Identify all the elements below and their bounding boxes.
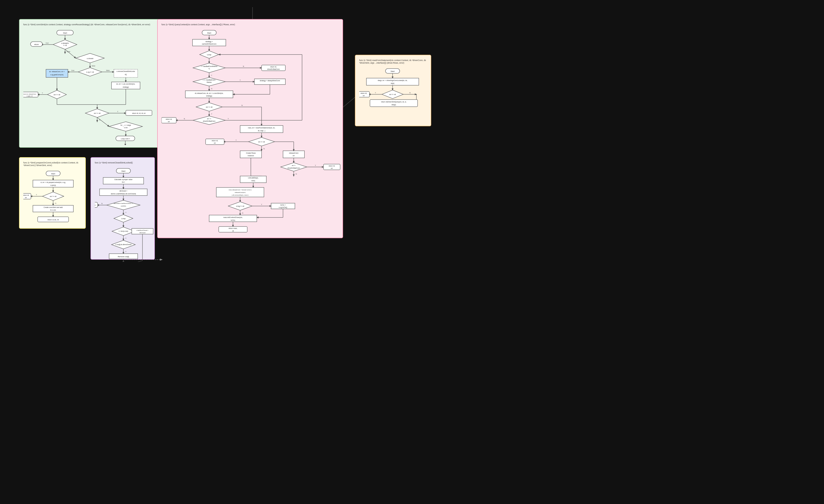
diagram-green: func (s *Stmt) connStmt(ctx context.Cont… (19, 19, 176, 148)
pu-dbclosed-check: dbClosed-s.lastNumClosed >= (114, 203, 133, 204)
g-return-nil-label: return nil, nil, nil, err (132, 112, 146, 114)
yellow-title: func (s *Stmt) prepareOnConnLocked(ctx c… (23, 162, 82, 167)
svg-text:N: N (296, 173, 297, 175)
svg-text:false: false (92, 65, 95, 67)
svg-text:err: err (25, 197, 27, 198)
g-start-label: Start (63, 32, 68, 34)
p-return-nil-err: return nil, (166, 118, 172, 120)
svg-text:s.cg.txCtx(): s.cg.txCtx() (279, 206, 287, 208)
g-for-label: for _, v = range (120, 124, 131, 126)
p-start: Start (207, 32, 212, 34)
svg-text:rows): rows) (251, 180, 255, 182)
pu-scss-closed: s.css[i].dc.dbmuClosed (115, 244, 131, 245)
svg-text:N: N (242, 212, 243, 214)
green-svg: Start s.stickyErr != nil true return fal… (23, 28, 176, 145)
svg-text:atomic.LoadInt64(&s.db.numClos: atomic.LoadInt64(&s.db.numClosed) (111, 193, 136, 195)
svg-line-14 (65, 49, 76, 58)
svg-text:true: true (72, 70, 74, 71)
y-return-cs: return cs.ds, nil (47, 219, 59, 220)
svg-text:Y: Y (42, 92, 43, 94)
pe-dargs: dargs, err := driverArgsConnLocked(dc, d… (378, 80, 408, 82)
svg-text:err: err (293, 155, 295, 157)
svg-text:Y: Y (240, 79, 241, 81)
svg-rect-75 (193, 39, 226, 46)
pu-slast: s.lastNumClosed = (136, 230, 149, 231)
peach-svg: Start dargs, err := driverArgsConnLocked… (359, 67, 431, 131)
svg-text:s.cgds, nil: s.cgds, nil (27, 95, 32, 97)
p-return-nil2: return nil, (328, 165, 335, 167)
p-rows-release: rows.releaseConn = func(err error) { (229, 189, 251, 191)
svg-text:driverErrBadConn: driverErrBadConn (288, 167, 300, 169)
pink-svg: Start strategy = cachedOrNewConn Loop i … (162, 28, 342, 235)
svg-text:N: N (211, 88, 212, 90)
p-ieqmax: i == maxBadConn (203, 79, 215, 81)
svg-text:args): args) (391, 82, 395, 84)
p-strategy: strategy = (206, 41, 213, 42)
y-start: Start (51, 173, 56, 175)
p-strategy-always: strategy = alwaysNewConn (260, 80, 280, 82)
svg-text:for t: for t (122, 181, 125, 183)
p-err2-badconn: err != (292, 165, 296, 166)
svg-text:N: N (241, 105, 242, 106)
svg-text:err: err (331, 168, 333, 169)
svg-text:Y: Y (125, 212, 126, 213)
svg-text:Y: Y (315, 165, 316, 166)
svg-rect-95 (185, 91, 233, 98)
svg-rect-166 (33, 180, 73, 187)
pu-calc: Calculate a proper value (114, 179, 132, 181)
svg-text:Y: Y (211, 75, 212, 76)
svg-text:Y: Y (125, 237, 126, 239)
green-title: func (s *Stmt) connStmt(ctx context.Cont… (23, 23, 172, 26)
svg-text:!= nil: != nil (63, 44, 67, 46)
svg-marker-188 (107, 200, 140, 210)
svg-rect-215 (367, 78, 419, 85)
svg-rect-116 (240, 125, 283, 133)
svg-text:cachedOrNewConn: cachedOrNewConn (202, 43, 216, 45)
y-err-nil: err != nil (50, 195, 57, 197)
p-txctx: txCtx = (280, 204, 286, 206)
pe-return-cts: return ctsDriverStmtQuery(ctx, ds, si, (381, 101, 407, 103)
p-err-nil1: err != nil (206, 106, 212, 108)
p-err-eq-bad: err == (207, 118, 211, 120)
pu-dbclosed: dbClosed = (119, 190, 127, 192)
p-scg-nil: s.log != nil (236, 205, 244, 207)
g-sclosed-label: s.closed (87, 58, 93, 60)
svg-text:ds, args...): ds, args...) (258, 130, 266, 132)
svg-text:driverErrBadConn: driverErrBadConn (267, 68, 280, 70)
svg-marker-45 (109, 122, 142, 131)
svg-text:Instance: Instance (248, 155, 254, 157)
svg-text:s.cg.grabConn(ctx): s.cg.grabConn(ctx) (50, 74, 64, 76)
svg-text:Y: Y (117, 111, 118, 112)
svg-text:Y: Y (228, 118, 229, 120)
pu-end1: End (95, 204, 96, 206)
g-err1-label: err != nil (54, 94, 60, 96)
svg-text:strategy): strategy) (206, 95, 212, 97)
pu-loop: Loop (121, 217, 125, 220)
p-create-rows: Create Rows (246, 152, 256, 154)
svg-text:uint64(t): uint64(t) (121, 205, 126, 207)
svg-text:N: N (184, 118, 185, 120)
g-remove-label: s.removeClosedStmtLocke (116, 71, 135, 72)
p-s-db-adddep: s.db.addDep(s, (248, 177, 259, 179)
svg-text:dargs): dargs) (392, 104, 396, 106)
y-return-err: return nil, (23, 194, 29, 196)
pink-title: func (s *Stmt) QueryContext(ctx context.… (162, 23, 339, 26)
svg-text:to s.css: to s.css (50, 209, 56, 211)
p-imax: i < maxBadConnRetries (201, 66, 218, 67)
svg-text:+1: +1 (208, 68, 210, 70)
svg-text:Y: Y (375, 92, 376, 94)
svg-text:N: N (243, 66, 244, 67)
svg-text:Retries: Retries (207, 82, 212, 83)
diagram-peach: func (s *Stmt) rowsFromStatement(ctx con… (355, 55, 431, 126)
g-scg-label: s.cg != nil (86, 71, 94, 73)
purple-title: func (s *Stmt) removeClosedStmtLocked() (95, 162, 150, 164)
yellow-svg: Start si, err := dc.prepareLocked(ctx, s… (23, 169, 85, 232)
svg-text:N: N (409, 92, 410, 94)
diagram-pink: func (s *Stmt) QueryContext(ctx context.… (157, 19, 343, 238)
g-return1-label: return (34, 43, 39, 45)
y-si-err: si, err := dc.prepareLocked(ctx, s.cg, (40, 182, 66, 183)
svg-text:s.query): s.query) (50, 184, 56, 186)
svg-marker-133 (281, 163, 307, 171)
svg-line-210 (129, 261, 142, 262)
svg-text:Y: Y (125, 251, 126, 253)
